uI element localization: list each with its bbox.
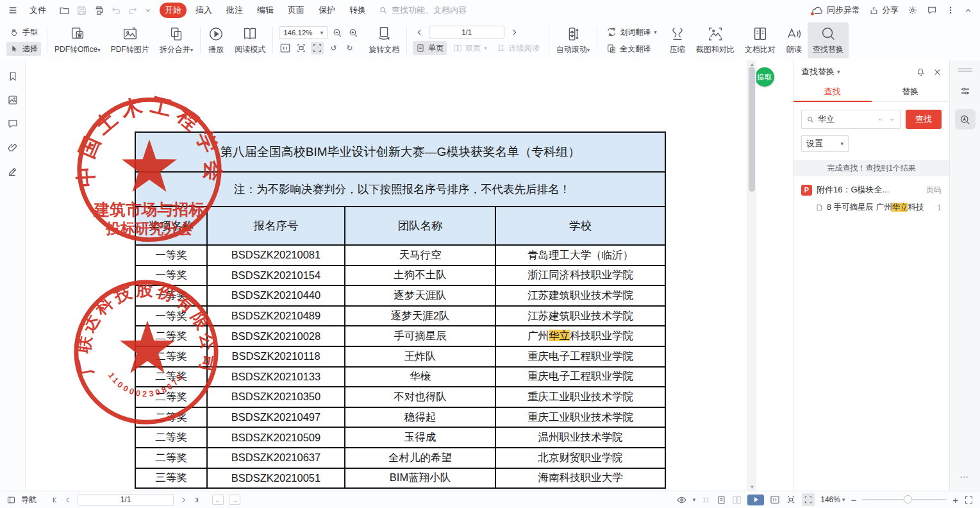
back-view-button[interactable]: ← [212, 495, 224, 505]
tab-find[interactable]: 查找 [793, 81, 872, 101]
double-page-view-button[interactable]: 双页▾ [450, 41, 490, 55]
zoom-in-plus-icon[interactable]: + [952, 495, 958, 505]
find-replace-button[interactable]: 查找替换 [808, 22, 849, 58]
read-aloud-button[interactable]: 朗读 [781, 21, 808, 60]
status-zoom-dropdown[interactable]: 146%▾ [820, 495, 845, 504]
single-page-view-icon[interactable] [717, 495, 726, 505]
settings-gear-icon[interactable] [908, 5, 918, 15]
more-options-icon[interactable] [946, 6, 955, 15]
double-page-view-icon[interactable] [732, 495, 742, 505]
single-page-view-button[interactable]: 单页 [413, 41, 447, 55]
prev-page-icon[interactable] [64, 496, 72, 504]
navigation-icon[interactable] [6, 495, 16, 505]
navigation-label[interactable]: 导航 [21, 495, 37, 505]
feedback-comment-icon[interactable] [927, 5, 937, 15]
prev-page-icon[interactable] [413, 26, 426, 38]
continuous-read-button[interactable]: 连续阅读 [494, 41, 543, 55]
comment-panel-icon[interactable] [7, 118, 19, 130]
find-previous-icon[interactable] [874, 112, 886, 126]
share-button[interactable]: 分享 [869, 4, 899, 16]
split-merge-button[interactable]: 拆分合并▾ [154, 21, 199, 60]
eye-protect-caret-icon[interactable]: ▾ [693, 496, 696, 503]
fit-width-icon[interactable] [295, 42, 308, 55]
rotate-left-icon[interactable]: ↺ [327, 42, 340, 55]
menu-tab-home[interactable]: 开始 [160, 3, 187, 18]
attachment-icon[interactable] [7, 142, 19, 153]
panel-drag-handle[interactable] [958, 67, 972, 73]
screenshot-compare-button[interactable]: 截图和对比 [691, 21, 740, 60]
zoom-percentage-dropdown[interactable]: 146.12%▾ [279, 26, 328, 39]
open-folder-icon[interactable] [59, 5, 70, 16]
actual-size-icon[interactable] [770, 495, 780, 505]
forward-view-button[interactable]: → [229, 495, 240, 505]
find-search-input[interactable] [818, 115, 863, 124]
read-mode-button[interactable]: 阅读模式 [229, 21, 270, 60]
next-page-icon[interactable] [179, 496, 187, 504]
menu-tab-insert[interactable]: 插入 [190, 3, 217, 18]
continuous-read-icon[interactable] [701, 495, 711, 505]
zoom-slider[interactable] [862, 499, 947, 500]
fit-width-icon[interactable] [786, 495, 796, 505]
select-tool-button[interactable]: 选择 [6, 42, 41, 56]
signature-icon[interactable] [7, 165, 19, 177]
eye-protect-icon[interactable] [676, 495, 687, 505]
word-translate-button[interactable]: 划词翻译▾ [603, 25, 660, 39]
play-button[interactable]: 播放 [203, 21, 229, 60]
bookmark-icon[interactable] [7, 71, 19, 82]
close-panel-icon[interactable] [933, 67, 942, 77]
play-presentation-button[interactable] [747, 495, 764, 505]
bell-icon[interactable] [916, 67, 926, 77]
menu-tab-protect[interactable]: 保护 [313, 3, 340, 18]
redo-icon[interactable] [128, 5, 138, 15]
undo-icon[interactable] [111, 5, 121, 15]
full-translate-button[interactable]: 全文翻译 [603, 42, 660, 56]
pdf-to-office-button[interactable]: PDF转Office▾ [49, 21, 106, 60]
last-page-icon[interactable] [192, 496, 201, 504]
fit-page-icon[interactable] [802, 493, 815, 506]
next-page-icon[interactable] [508, 26, 520, 38]
status-page-indicator[interactable]: 1/1 [78, 494, 174, 506]
menu-tab-convert[interactable]: 转换 [344, 3, 371, 18]
rotate-document-button[interactable]: 旋转文档 [363, 21, 404, 60]
panel-title-caret-icon[interactable]: ▾ [837, 69, 840, 75]
collapse-ribbon-icon[interactable] [964, 6, 972, 15]
auto-scroll-button[interactable]: 自动滚动▾ [551, 21, 595, 60]
scroll-down-arrow[interactable]: ▼ [747, 483, 757, 491]
zoom-slider-knob[interactable] [904, 495, 912, 504]
zoom-out-icon[interactable] [331, 26, 344, 39]
fit-page-icon[interactable] [311, 42, 324, 55]
vertical-scrollbar[interactable]: ▲ ▼ [747, 60, 756, 491]
actual-size-icon[interactable] [279, 42, 292, 55]
menu-tab-page[interactable]: 页面 [283, 3, 310, 18]
print-icon[interactable] [94, 5, 104, 16]
search-result-item[interactable]: 8 手可摘星辰 广州华立科技 1 [801, 202, 942, 213]
find-button[interactable]: 查找 [906, 110, 942, 129]
tab-replace[interactable]: 替换 [872, 81, 950, 101]
zoom-in-icon[interactable] [347, 26, 360, 39]
zoom-out-minus-icon[interactable]: − [851, 495, 856, 505]
result-group-row[interactable]: P 附件16：G模块全... 页码 [801, 184, 942, 196]
hamburger-menu-icon[interactable] [8, 5, 18, 15]
menu-file[interactable]: 文件 [24, 3, 51, 18]
page-indicator-input[interactable]: 1/1 [429, 26, 504, 38]
compress-button[interactable]: 压缩 [664, 21, 691, 60]
hand-tool-button[interactable]: 手型 [6, 25, 41, 39]
scrollbar-thumb[interactable] [749, 67, 755, 192]
rotate-right-icon[interactable]: ↻ [343, 42, 356, 55]
global-search-box[interactable]: 查找功能、文档内容 [379, 4, 481, 16]
image-panel-icon[interactable] [7, 94, 19, 106]
menu-tab-comment[interactable]: 批注 [221, 3, 248, 18]
document-viewport[interactable]: 第八届全国高校BIM毕业设计创新大赛—G模块获奖名单（专科组） 注：为不影响决赛… [26, 60, 793, 491]
menu-tab-edit[interactable]: 编辑 [252, 3, 279, 18]
adjust-sliders-icon[interactable] [955, 81, 976, 101]
pdf-to-image-button[interactable]: PDF转图片 [106, 21, 154, 60]
doc-compare-button[interactable]: 文档比对 [740, 21, 781, 60]
find-settings-dropdown[interactable]: 设置 ▾ [801, 135, 849, 152]
save-icon[interactable] [76, 5, 87, 16]
extract-badge[interactable]: 提取 [755, 67, 774, 87]
find-search-field[interactable] [801, 110, 901, 129]
fullscreen-icon[interactable] [964, 495, 974, 505]
search-in-document-icon[interactable] [955, 109, 976, 130]
first-page-icon[interactable] [51, 496, 59, 504]
find-next-icon[interactable] [886, 112, 897, 126]
